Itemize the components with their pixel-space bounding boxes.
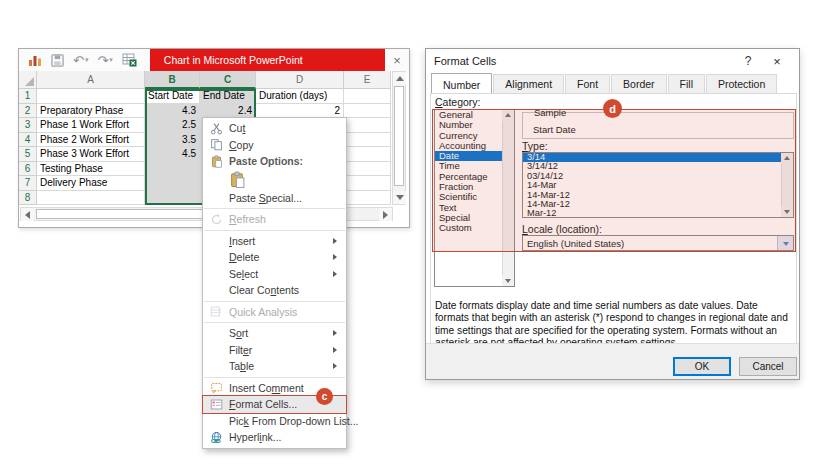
- cell-A6[interactable]: Testing Phase: [37, 162, 145, 177]
- category-listbox[interactable]: General Number Currency Accounting Date …: [434, 109, 515, 287]
- help-icon[interactable]: ?: [733, 54, 763, 68]
- menu-item-insert[interactable]: Insert: [203, 233, 346, 250]
- cell-E5[interactable]: [344, 147, 391, 162]
- cancel-button[interactable]: Cancel: [739, 357, 797, 376]
- type-option-selected[interactable]: 3/14: [523, 153, 793, 162]
- col-header-C[interactable]: C: [200, 71, 256, 89]
- select-all-corner[interactable]: [19, 71, 37, 89]
- vertical-scroll-thumb[interactable]: [394, 86, 404, 186]
- menu-item-delete[interactable]: Delete: [203, 249, 346, 266]
- cell-A4[interactable]: Phase 2 Work Effort: [37, 133, 145, 148]
- scroll-up-icon[interactable]: [781, 153, 793, 164]
- col-header-B[interactable]: B: [145, 71, 200, 89]
- scroll-down-icon[interactable]: [781, 206, 793, 217]
- col-header-D[interactable]: D: [256, 71, 344, 89]
- category-scrollbar[interactable]: [502, 110, 514, 286]
- cell-B1[interactable]: Start Date: [145, 89, 200, 104]
- row-header-3[interactable]: 3: [19, 118, 37, 133]
- row-header-7[interactable]: 7: [19, 176, 37, 191]
- scroll-down-icon[interactable]: [393, 191, 406, 204]
- paste-button[interactable]: [229, 171, 246, 188]
- col-header-A[interactable]: A: [37, 71, 145, 89]
- cell-A8[interactable]: [37, 191, 145, 206]
- type-option[interactable]: 14-Mar-12: [523, 200, 793, 209]
- locale-dropdown[interactable]: English (United States): [522, 235, 794, 251]
- format-cells-icon: [203, 398, 229, 411]
- menu-item-sort[interactable]: Sort: [203, 325, 346, 342]
- cell-D1[interactable]: Duration (days): [256, 89, 344, 104]
- menu-item-hyperlink[interactable]: Hyperlink...: [203, 429, 346, 446]
- cell-E3[interactable]: [344, 118, 391, 133]
- edit-data-table-icon[interactable]: [122, 53, 137, 67]
- tab-border[interactable]: Border: [611, 74, 667, 93]
- tab-font[interactable]: Font: [565, 74, 610, 93]
- row-header-4[interactable]: 4: [19, 133, 37, 148]
- row-header-5[interactable]: 5: [19, 147, 37, 162]
- quick-analysis-icon: [203, 305, 229, 318]
- cell-B2[interactable]: 4.3: [145, 104, 200, 119]
- row-header-6[interactable]: 6: [19, 162, 37, 177]
- menu-item-filter[interactable]: Filter: [203, 342, 346, 359]
- type-scrollbar[interactable]: [781, 153, 793, 217]
- cell-A5[interactable]: Phase 3 Work Effort: [37, 147, 145, 162]
- cell-B7[interactable]: [145, 176, 200, 191]
- type-option[interactable]: Mar-12: [523, 209, 793, 218]
- cell-A1[interactable]: [37, 89, 145, 104]
- ok-button[interactable]: OK: [673, 357, 731, 376]
- menu-item-paste-special[interactable]: Paste Special...: [203, 190, 346, 207]
- cell-D2[interactable]: 2: [256, 104, 344, 119]
- cell-E8[interactable]: [344, 191, 391, 206]
- cell-C1[interactable]: End Date: [200, 89, 256, 104]
- type-option[interactable]: 3/14/12: [523, 162, 793, 171]
- chart-icon[interactable]: [28, 53, 42, 67]
- row-header-8[interactable]: 8: [19, 191, 37, 206]
- vertical-scrollbar[interactable]: [392, 71, 406, 205]
- cell-E4[interactable]: [344, 133, 391, 148]
- cell-C2[interactable]: 2.4: [200, 104, 256, 119]
- row-header-1[interactable]: 1: [19, 89, 37, 104]
- cell-E7[interactable]: [344, 176, 391, 191]
- cell-B6[interactable]: [145, 162, 200, 177]
- tab-alignment[interactable]: Alignment: [493, 74, 564, 93]
- submenu-arrow-icon: [333, 330, 340, 336]
- scroll-up-icon[interactable]: [502, 110, 514, 121]
- undo-icon[interactable]: ↶▾: [73, 54, 88, 67]
- scroll-up-icon[interactable]: [393, 72, 406, 85]
- menu-item-table[interactable]: Table: [203, 358, 346, 375]
- menu-item-select[interactable]: Select: [203, 266, 346, 283]
- cell-A2[interactable]: Preparatory Phase: [37, 104, 145, 119]
- col-header-E[interactable]: E: [344, 71, 391, 89]
- type-listbox[interactable]: 3/14 3/14/12 03/14/12 14-Mar 14-Mar-12 1…: [522, 152, 794, 218]
- cell-B5[interactable]: 4.5: [145, 147, 200, 162]
- cell-B4[interactable]: 3.5: [145, 133, 200, 148]
- cell-E1[interactable]: [344, 89, 391, 104]
- menu-item-cut[interactable]: Cut: [203, 120, 346, 137]
- scroll-left-icon[interactable]: [21, 208, 34, 221]
- scroll-right-icon[interactable]: [379, 208, 392, 221]
- cell-B3[interactable]: 2.5: [145, 118, 200, 133]
- menu-item-copy[interactable]: Copy: [203, 137, 346, 154]
- menu-item-quick-analysis: Quick Analysis: [203, 304, 346, 321]
- cell-E2[interactable]: [344, 104, 391, 119]
- menu-item-pick-from-list[interactable]: Pick From Drop-down List...: [203, 413, 346, 430]
- step-badge-d: d: [603, 99, 622, 118]
- redo-icon[interactable]: ↷▾: [97, 54, 112, 67]
- row-header-2[interactable]: 2: [19, 104, 37, 119]
- type-option[interactable]: 03/14/12: [523, 172, 793, 181]
- cell-A3[interactable]: Phase 1 Work Effort: [37, 118, 145, 133]
- chevron-down-icon[interactable]: [777, 236, 793, 250]
- cell-A7[interactable]: Delivery Phase: [37, 176, 145, 191]
- scroll-down-icon[interactable]: [502, 275, 514, 286]
- menu-item-format-cells[interactable]: Format Cells... c: [203, 396, 346, 413]
- menu-item-clear-contents[interactable]: Clear Contents: [203, 282, 346, 299]
- copy-icon: [203, 138, 229, 151]
- number-tab-content: Category: General Number Currency Accoun…: [430, 93, 797, 345]
- save-icon[interactable]: [51, 54, 64, 67]
- cell-B8[interactable]: [145, 191, 200, 206]
- tab-number[interactable]: Number: [431, 73, 492, 94]
- close-icon[interactable]: ×: [763, 54, 791, 69]
- cell-E6[interactable]: [344, 162, 391, 177]
- sheet-close-button[interactable]: ×: [385, 53, 409, 68]
- tab-protection[interactable]: Protection: [706, 74, 777, 93]
- tab-fill[interactable]: Fill: [668, 74, 705, 93]
